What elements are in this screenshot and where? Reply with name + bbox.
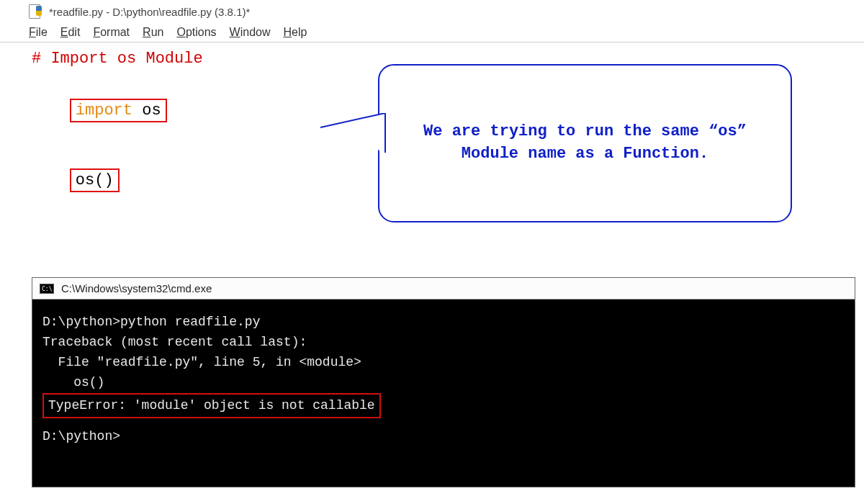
callout-tail-icon: [320, 113, 389, 156]
menu-options[interactable]: Options: [176, 26, 216, 39]
menubar: File Edit Format Run Options Window Help: [0, 23, 864, 42]
term-error-highlight: TypeError: 'module' object is not callab…: [42, 393, 381, 419]
terminal-output[interactable]: D:\python>python readfile.pyTraceback (m…: [32, 300, 855, 487]
terminal-window: C:\ C:\Windows\system32\cmd.exe D:\pytho…: [32, 277, 855, 487]
code-import-line: import os: [70, 99, 167, 122]
menu-window[interactable]: Window: [230, 26, 271, 39]
annotation-callout: We are trying to run the same “os” Modul…: [378, 64, 792, 222]
code-call-line: os(): [70, 168, 120, 192]
window-title: *readfile.py - D:\python\readfile.py (3.…: [49, 6, 250, 18]
menu-run[interactable]: Run: [143, 26, 163, 39]
python-file-icon: [29, 4, 42, 19]
menu-format[interactable]: Format: [93, 26, 130, 39]
term-line: File "readfile.py", line 5, in <module>: [42, 353, 845, 373]
menu-edit[interactable]: Edit: [60, 26, 81, 39]
menu-file[interactable]: File: [29, 26, 48, 39]
callout-text: We are trying to run the same “os” Modul…: [408, 121, 762, 166]
cmd-icon: C:\: [40, 284, 54, 294]
term-line: Traceback (most recent call last):: [42, 333, 845, 353]
menu-help[interactable]: Help: [284, 26, 307, 39]
term-line: D:\python>python readfile.py: [42, 312, 845, 333]
terminal-titlebar: C:\ C:\Windows\system32\cmd.exe: [32, 278, 855, 300]
editor-titlebar: *readfile.py - D:\python\readfile.py (3.…: [0, 0, 864, 23]
terminal-title: C:\Windows\system32\cmd.exe: [61, 282, 212, 294]
term-line: os(): [42, 373, 845, 393]
code-editor[interactable]: # Import os Module import os os() We are…: [0, 42, 864, 273]
term-prompt: D:\python>: [42, 427, 845, 447]
